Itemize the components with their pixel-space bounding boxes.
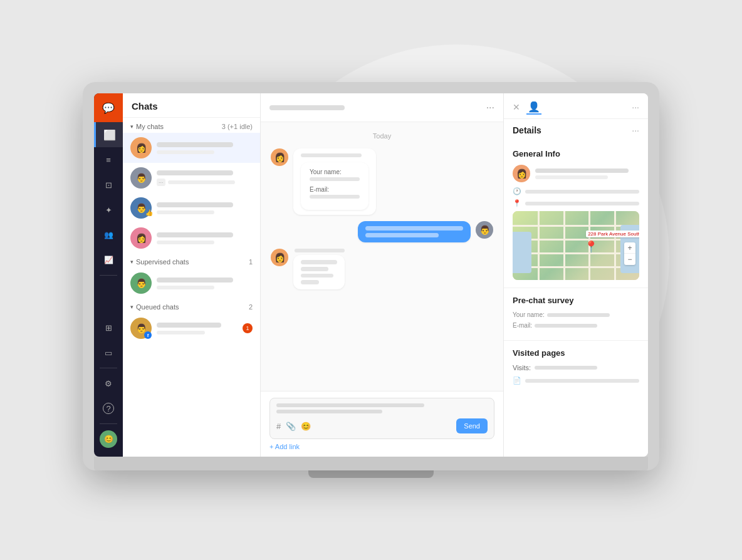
- chat-item-6[interactable]: 👨 f 1: [123, 313, 260, 343]
- details-panel: ✕ 👤 ··· Details: [504, 93, 648, 457]
- input-toolbar: # 📎 😊 Send: [276, 418, 488, 433]
- message-row-1: 👩 Your name: E-ma: [271, 148, 493, 215]
- page-item-1: 📄: [513, 376, 639, 385]
- send-button[interactable]: Send: [456, 418, 488, 433]
- details-more-icon[interactable]: ···: [632, 102, 639, 112]
- my-chats-section-header[interactable]: ▾ My chats 3 (+1 idle): [123, 118, 260, 133]
- chat-avatar-wrapper-3: 👨 👍: [130, 197, 152, 219]
- chat-info-5: [157, 277, 253, 289]
- chat-item-2[interactable]: 👨 ···: [123, 163, 260, 193]
- chat-face-2: 👨: [130, 167, 152, 189]
- msg-line-2-2: [365, 233, 439, 237]
- chat-preview-5: [157, 286, 214, 289]
- pre-chat-name-label: Your name:: [513, 311, 545, 318]
- chat-face-5: 👨: [130, 272, 152, 294]
- chat-info-1: [157, 142, 253, 154]
- map-road-v-1: [538, 211, 540, 280]
- chat-face-4: 👩: [130, 227, 152, 249]
- app-logo[interactable]: 💬: [94, 93, 123, 122]
- sidebar-divider-3: [100, 423, 117, 424]
- chat-item-3[interactable]: 👨 👍: [123, 193, 260, 223]
- sidebar-item-list[interactable]: ≡: [94, 147, 123, 172]
- sidebar-item-inbox[interactable]: ⊡: [94, 172, 123, 197]
- sidebar-item-analytics[interactable]: 📈: [94, 247, 123, 272]
- sidebar-item-apps[interactable]: ⊞: [94, 315, 123, 340]
- sidebar-divider: [100, 275, 117, 276]
- sidebar-bottom: ⊞ ▭ ⚙ ?: [94, 315, 123, 457]
- map-zoom-controls: + −: [624, 242, 635, 265]
- chat-name-5: [157, 277, 233, 283]
- attachment-icon[interactable]: 📎: [286, 422, 296, 431]
- chat-item-5[interactable]: 👨: [123, 268, 260, 298]
- queued-chats-section-header[interactable]: ▾ Queued chats 2: [123, 298, 260, 313]
- close-icon[interactable]: ✕: [513, 102, 520, 112]
- chat-face-1: 👩: [130, 137, 152, 158]
- chat-name-4: [157, 232, 233, 237]
- hashtag-icon[interactable]: #: [276, 422, 281, 431]
- form-field-name: Your name:: [310, 169, 360, 181]
- msg-line-top: [301, 153, 362, 157]
- chat-messages: Today 👩 Your name:: [261, 122, 503, 391]
- sidebar-item-tickets[interactable]: ✦: [94, 197, 123, 222]
- more-options-icon[interactable]: ···: [486, 102, 494, 113]
- info-time-line: [525, 190, 639, 194]
- chat-preview-2: [168, 180, 235, 184]
- details-options-icon[interactable]: ···: [632, 125, 639, 135]
- map-zoom-out[interactable]: −: [624, 254, 635, 265]
- sidebar-item-settings[interactable]: ⚙: [94, 371, 123, 396]
- chat-name-2: [157, 170, 233, 175]
- supervised-chats-section-header[interactable]: ▾ Supervised chats 1: [123, 253, 260, 268]
- chat-item-4[interactable]: 👩: [123, 223, 260, 253]
- tab-person[interactable]: 👤: [526, 100, 541, 115]
- chat-preview-4: [157, 241, 214, 244]
- input-line-2: [276, 410, 382, 413]
- add-link[interactable]: + Add link: [269, 443, 494, 450]
- pre-chat-form: Your name: E-mail:: [301, 162, 368, 210]
- msg-group-3: [293, 249, 345, 289]
- chat-preview-1: [157, 150, 214, 154]
- msg-line-3-3: [301, 274, 333, 277]
- app-layout: 💬 ⬜ ≡ ⊡ ✦ 👥: [94, 93, 648, 457]
- sidebar-item-chats[interactable]: ⬜: [94, 122, 123, 147]
- msg-line-small: [295, 249, 345, 252]
- msg-line-2-1: [365, 226, 463, 231]
- analytics-icon: 📈: [104, 256, 113, 264]
- pre-chat-email-label: E-mail:: [513, 322, 532, 329]
- msg-face-3: 👩: [271, 249, 288, 266]
- msg-face-1: 👩: [271, 148, 288, 166]
- info-location-line: [525, 202, 639, 205]
- laptop-wrapper: 💬 ⬜ ≡ ⊡ ✦ 👥: [58, 82, 684, 478]
- user-avatar-container[interactable]: 😊: [100, 427, 117, 452]
- emoji-icon[interactable]: 😊: [301, 422, 311, 431]
- visits-count-row: Visits:: [513, 364, 639, 371]
- map-zoom-in[interactable]: +: [624, 242, 635, 254]
- sidebar-item-billing[interactable]: ▭: [94, 340, 123, 365]
- map-container: 📍 228 Park Avenue South + −: [513, 211, 639, 280]
- map-road-v-2: [563, 211, 565, 280]
- msg-bubble-form: Your name: E-mail:: [293, 148, 376, 215]
- message-input-box[interactable]: # 📎 😊 Send: [269, 398, 494, 439]
- pre-chat-email-field: E-mail:: [513, 322, 639, 329]
- info-time-row: 🕐: [513, 187, 639, 195]
- visited-pages-label: Visited pages: [513, 348, 565, 358]
- chat-bubble-icon: ⬜: [103, 129, 116, 141]
- visits-label: Visits:: [513, 364, 531, 371]
- chat-avatar-1: 👩: [130, 137, 152, 158]
- chat-info-4: [157, 232, 253, 244]
- main-chat-area: ··· Today 👩: [261, 93, 504, 457]
- chat-item-1[interactable]: 👩: [123, 133, 260, 163]
- supervised-chevron: ▾: [130, 259, 133, 265]
- general-info-name-lines: [535, 169, 639, 179]
- msg-line-3-4: [301, 280, 319, 284]
- visited-pages-section: Visited pages Visits: 📄: [504, 341, 648, 392]
- form-field-email: E-mail:: [310, 186, 360, 199]
- ticket-icon: ✦: [105, 205, 112, 215]
- user-avatar: 😊: [100, 430, 117, 448]
- pre-chat-email-row: E-mail:: [513, 322, 639, 329]
- msg-face-2: 👨: [476, 221, 493, 239]
- sidebar-item-teams[interactable]: 👥: [94, 222, 123, 247]
- main-chat-header: ···: [261, 93, 503, 122]
- sidebar-item-help[interactable]: ?: [94, 396, 123, 421]
- billing-icon: ▭: [105, 348, 112, 358]
- list-icon: ≡: [106, 155, 111, 165]
